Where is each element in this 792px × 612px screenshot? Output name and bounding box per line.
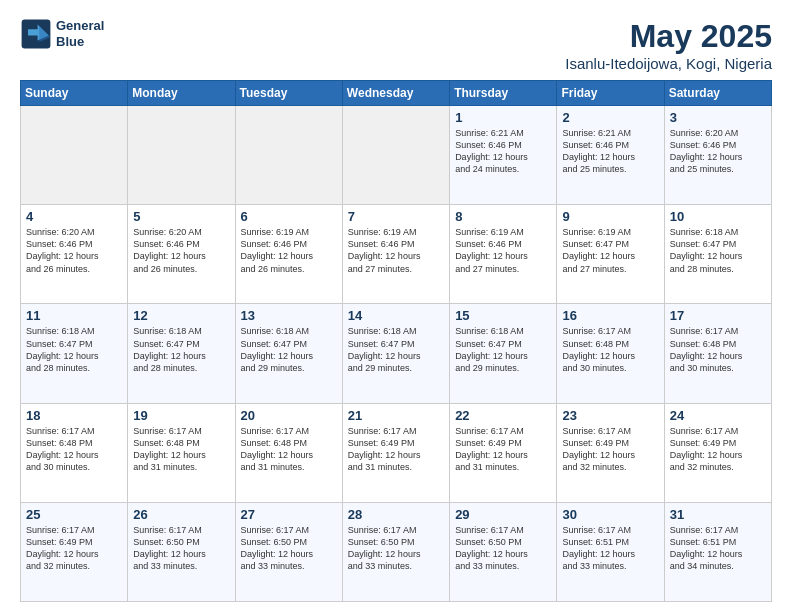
day-info: Sunrise: 6:17 AM Sunset: 6:49 PM Dayligh…	[670, 425, 766, 474]
col-header-saturday: Saturday	[664, 81, 771, 106]
day-number: 31	[670, 507, 766, 522]
day-number: 26	[133, 507, 229, 522]
day-number: 10	[670, 209, 766, 224]
day-info: Sunrise: 6:18 AM Sunset: 6:47 PM Dayligh…	[133, 325, 229, 374]
day-number: 14	[348, 308, 444, 323]
col-header-friday: Friday	[557, 81, 664, 106]
calendar-cell: 16Sunrise: 6:17 AM Sunset: 6:48 PM Dayli…	[557, 304, 664, 403]
calendar-cell	[235, 106, 342, 205]
calendar-cell: 20Sunrise: 6:17 AM Sunset: 6:48 PM Dayli…	[235, 403, 342, 502]
day-info: Sunrise: 6:19 AM Sunset: 6:47 PM Dayligh…	[562, 226, 658, 275]
location-title: Isanlu-Itedoijowa, Kogi, Nigeria	[565, 55, 772, 72]
calendar-cell: 11Sunrise: 6:18 AM Sunset: 6:47 PM Dayli…	[21, 304, 128, 403]
calendar-cell: 27Sunrise: 6:17 AM Sunset: 6:50 PM Dayli…	[235, 502, 342, 601]
calendar-header-row: SundayMondayTuesdayWednesdayThursdayFrid…	[21, 81, 772, 106]
day-number: 6	[241, 209, 337, 224]
day-number: 17	[670, 308, 766, 323]
calendar-cell: 29Sunrise: 6:17 AM Sunset: 6:50 PM Dayli…	[450, 502, 557, 601]
day-number: 12	[133, 308, 229, 323]
day-number: 27	[241, 507, 337, 522]
day-number: 9	[562, 209, 658, 224]
day-info: Sunrise: 6:17 AM Sunset: 6:50 PM Dayligh…	[133, 524, 229, 573]
calendar-cell: 28Sunrise: 6:17 AM Sunset: 6:50 PM Dayli…	[342, 502, 449, 601]
calendar-cell: 6Sunrise: 6:19 AM Sunset: 6:46 PM Daylig…	[235, 205, 342, 304]
day-info: Sunrise: 6:18 AM Sunset: 6:47 PM Dayligh…	[26, 325, 122, 374]
day-number: 21	[348, 408, 444, 423]
logo-text: General Blue	[56, 18, 104, 49]
calendar-cell: 18Sunrise: 6:17 AM Sunset: 6:48 PM Dayli…	[21, 403, 128, 502]
day-info: Sunrise: 6:18 AM Sunset: 6:47 PM Dayligh…	[348, 325, 444, 374]
col-header-monday: Monday	[128, 81, 235, 106]
calendar-cell	[342, 106, 449, 205]
calendar-cell: 9Sunrise: 6:19 AM Sunset: 6:47 PM Daylig…	[557, 205, 664, 304]
day-number: 13	[241, 308, 337, 323]
day-info: Sunrise: 6:19 AM Sunset: 6:46 PM Dayligh…	[241, 226, 337, 275]
day-number: 4	[26, 209, 122, 224]
day-number: 1	[455, 110, 551, 125]
day-info: Sunrise: 6:18 AM Sunset: 6:47 PM Dayligh…	[455, 325, 551, 374]
header: General Blue May 2025 Isanlu-Itedoijowa,…	[20, 18, 772, 72]
day-number: 28	[348, 507, 444, 522]
day-number: 18	[26, 408, 122, 423]
day-number: 8	[455, 209, 551, 224]
calendar-week-5: 25Sunrise: 6:17 AM Sunset: 6:49 PM Dayli…	[21, 502, 772, 601]
day-info: Sunrise: 6:17 AM Sunset: 6:48 PM Dayligh…	[241, 425, 337, 474]
day-info: Sunrise: 6:17 AM Sunset: 6:48 PM Dayligh…	[562, 325, 658, 374]
calendar-cell: 1Sunrise: 6:21 AM Sunset: 6:46 PM Daylig…	[450, 106, 557, 205]
col-header-wednesday: Wednesday	[342, 81, 449, 106]
calendar-week-3: 11Sunrise: 6:18 AM Sunset: 6:47 PM Dayli…	[21, 304, 772, 403]
col-header-tuesday: Tuesday	[235, 81, 342, 106]
calendar-cell: 14Sunrise: 6:18 AM Sunset: 6:47 PM Dayli…	[342, 304, 449, 403]
calendar-cell: 17Sunrise: 6:17 AM Sunset: 6:48 PM Dayli…	[664, 304, 771, 403]
calendar-cell: 2Sunrise: 6:21 AM Sunset: 6:46 PM Daylig…	[557, 106, 664, 205]
day-info: Sunrise: 6:17 AM Sunset: 6:50 PM Dayligh…	[348, 524, 444, 573]
day-info: Sunrise: 6:18 AM Sunset: 6:47 PM Dayligh…	[670, 226, 766, 275]
day-info: Sunrise: 6:20 AM Sunset: 6:46 PM Dayligh…	[670, 127, 766, 176]
calendar-cell: 5Sunrise: 6:20 AM Sunset: 6:46 PM Daylig…	[128, 205, 235, 304]
calendar-cell	[128, 106, 235, 205]
calendar-cell: 26Sunrise: 6:17 AM Sunset: 6:50 PM Dayli…	[128, 502, 235, 601]
calendar-cell: 22Sunrise: 6:17 AM Sunset: 6:49 PM Dayli…	[450, 403, 557, 502]
day-number: 2	[562, 110, 658, 125]
day-number: 20	[241, 408, 337, 423]
calendar-week-4: 18Sunrise: 6:17 AM Sunset: 6:48 PM Dayli…	[21, 403, 772, 502]
day-info: Sunrise: 6:17 AM Sunset: 6:50 PM Dayligh…	[455, 524, 551, 573]
col-header-sunday: Sunday	[21, 81, 128, 106]
calendar-cell: 23Sunrise: 6:17 AM Sunset: 6:49 PM Dayli…	[557, 403, 664, 502]
calendar-cell: 31Sunrise: 6:17 AM Sunset: 6:51 PM Dayli…	[664, 502, 771, 601]
day-info: Sunrise: 6:17 AM Sunset: 6:48 PM Dayligh…	[670, 325, 766, 374]
day-info: Sunrise: 6:17 AM Sunset: 6:49 PM Dayligh…	[562, 425, 658, 474]
day-number: 15	[455, 308, 551, 323]
title-block: May 2025 Isanlu-Itedoijowa, Kogi, Nigeri…	[565, 18, 772, 72]
day-number: 5	[133, 209, 229, 224]
day-number: 16	[562, 308, 658, 323]
calendar-cell: 10Sunrise: 6:18 AM Sunset: 6:47 PM Dayli…	[664, 205, 771, 304]
day-number: 23	[562, 408, 658, 423]
calendar-cell: 7Sunrise: 6:19 AM Sunset: 6:46 PM Daylig…	[342, 205, 449, 304]
calendar-cell: 12Sunrise: 6:18 AM Sunset: 6:47 PM Dayli…	[128, 304, 235, 403]
page: General Blue May 2025 Isanlu-Itedoijowa,…	[0, 0, 792, 612]
day-info: Sunrise: 6:20 AM Sunset: 6:46 PM Dayligh…	[26, 226, 122, 275]
day-number: 24	[670, 408, 766, 423]
day-info: Sunrise: 6:19 AM Sunset: 6:46 PM Dayligh…	[455, 226, 551, 275]
day-number: 11	[26, 308, 122, 323]
day-info: Sunrise: 6:18 AM Sunset: 6:47 PM Dayligh…	[241, 325, 337, 374]
calendar-cell: 3Sunrise: 6:20 AM Sunset: 6:46 PM Daylig…	[664, 106, 771, 205]
day-info: Sunrise: 6:17 AM Sunset: 6:50 PM Dayligh…	[241, 524, 337, 573]
calendar-week-1: 1Sunrise: 6:21 AM Sunset: 6:46 PM Daylig…	[21, 106, 772, 205]
day-number: 29	[455, 507, 551, 522]
logo: General Blue	[20, 18, 104, 50]
logo-icon	[20, 18, 52, 50]
col-header-thursday: Thursday	[450, 81, 557, 106]
day-info: Sunrise: 6:17 AM Sunset: 6:49 PM Dayligh…	[26, 524, 122, 573]
calendar-cell: 15Sunrise: 6:18 AM Sunset: 6:47 PM Dayli…	[450, 304, 557, 403]
calendar-cell: 30Sunrise: 6:17 AM Sunset: 6:51 PM Dayli…	[557, 502, 664, 601]
calendar-cell: 21Sunrise: 6:17 AM Sunset: 6:49 PM Dayli…	[342, 403, 449, 502]
calendar-cell: 4Sunrise: 6:20 AM Sunset: 6:46 PM Daylig…	[21, 205, 128, 304]
day-info: Sunrise: 6:17 AM Sunset: 6:51 PM Dayligh…	[670, 524, 766, 573]
day-info: Sunrise: 6:17 AM Sunset: 6:48 PM Dayligh…	[26, 425, 122, 474]
day-number: 25	[26, 507, 122, 522]
calendar-week-2: 4Sunrise: 6:20 AM Sunset: 6:46 PM Daylig…	[21, 205, 772, 304]
day-info: Sunrise: 6:21 AM Sunset: 6:46 PM Dayligh…	[455, 127, 551, 176]
calendar-cell: 13Sunrise: 6:18 AM Sunset: 6:47 PM Dayli…	[235, 304, 342, 403]
